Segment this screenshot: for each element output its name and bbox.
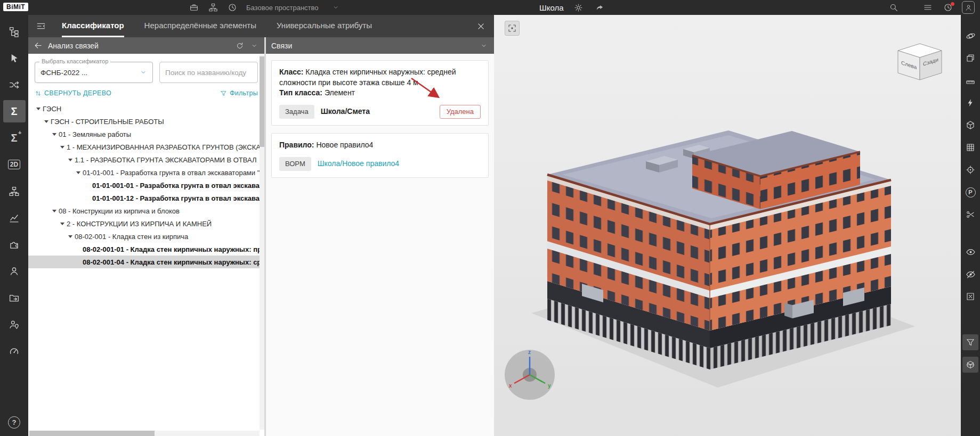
caret-down-icon[interactable] [66,156,75,163]
tree-item[interactable]: 2 - КОНСТРУКЦИИ ИЗ КИРПИЧА И КАМНЕЙ [28,217,264,230]
focus-icon[interactable] [962,162,978,178]
orientation-gizmo[interactable]: z x y [503,347,557,402]
axis-z-label: z [528,349,531,355]
classifier-select[interactable]: Выбрать классификатор ФСНБ-2022 ... [35,62,153,83]
tree-item[interactable]: 08 - Конструкции из кирпича и блоков [28,204,264,217]
tree-item[interactable]: ГЭСН [28,102,264,115]
notifications-button[interactable] [942,1,954,14]
orbit-icon[interactable] [962,28,978,44]
collapse-tree-link[interactable]: СВЕРНУТЬ ДЕРЕВО [35,89,111,97]
sidebar-item-export[interactable] [3,286,26,309]
class-link-card: Класс: Кладка стен кирпичных наружных: с… [271,60,489,126]
sidebar-item-users[interactable] [3,260,26,282]
close-icon[interactable] [476,22,485,31]
settings-button[interactable] [572,1,585,14]
tree-item[interactable]: 01-01-001 - Разработка грунта в отвал эк… [28,166,264,179]
sidebar-item-hierarchy[interactable] [3,180,26,202]
share-button[interactable] [594,1,606,14]
tree-item[interactable]: 08-02-001 - Кладка стен из кирпича [28,230,264,243]
tree-item[interactable]: 01-01-001-01 - Разработка грунта в отвал… [28,179,264,192]
search-button[interactable] [887,1,900,14]
sidebar-item-estimate-add[interactable]: Σ+ [3,127,26,149]
sidebar-item-dashboard[interactable] [3,340,26,362]
show-icon[interactable] [962,244,978,260]
caret-down-icon[interactable] [66,233,75,240]
hide-icon[interactable] [962,266,978,282]
plans-icon[interactable]: P [962,184,978,200]
caret-down-icon[interactable] [50,130,59,138]
sidebar-item-user-pin[interactable] [3,313,26,335]
sidebar-item-charts[interactable] [3,207,26,229]
vertical-scrollbar[interactable] [260,54,264,430]
caret-down-icon[interactable] [74,169,83,176]
caret-down-icon[interactable] [34,105,43,112]
chevron-down-icon[interactable] [250,42,258,50]
project-title: Школа [539,3,564,12]
class-type-line: Тип класса: Элемент [279,88,481,98]
sidebar-item-plugins[interactable] [3,233,26,256]
filters-link[interactable]: Фильтры [220,89,258,97]
right-toolbar: P [961,15,980,436]
deleted-status-badge: Удалена [440,105,481,119]
tree-item[interactable]: 1 - МЕХАНИЗИРОВАННАЯ РАЗРАБОТКА ГРУНТОВ … [28,141,264,153]
history-button[interactable] [226,1,239,14]
axis-y-label: y [548,383,551,389]
chevron-down-icon [140,69,147,76]
side-panels: Классификатор Нераспределённые элементы … [28,15,494,436]
caret-down-icon[interactable] [42,118,51,125]
tree-item[interactable]: ГЭСН - СТРОИТЕЛЬНЫЕ РАБОТЫ [28,115,264,128]
navigation-cube[interactable]: Слева Сзади [895,42,945,86]
section-box-icon[interactable] [962,357,978,373]
projects-button[interactable] [188,1,200,14]
classifier-select-value: ФСНБ-2022 ... [41,69,87,77]
scrollbar-thumb[interactable] [260,56,264,147]
building-model[interactable] [494,15,961,436]
tree-item[interactable]: 1.1 - РАЗРАБОТКА ГРУНТА ЭКСКАВАТОРАМИ В … [28,153,264,166]
rule-link[interactable]: Школа/Новое правило4 [318,159,399,169]
caret-down-icon[interactable] [58,143,67,151]
caret-down-icon[interactable] [50,207,59,215]
tree-item-selected[interactable]: 08-02-001-04 - Кладка стен кирпичных нар… [28,256,264,268]
classifier-select-label: Выбрать классификатор [39,58,110,64]
sidebar-item-select[interactable] [3,47,26,69]
horizontal-scrollbar[interactable] [28,431,260,436]
filter-icon[interactable] [962,334,978,350]
isolate-icon[interactable] [962,289,978,305]
search-input[interactable] [165,69,252,77]
tree-item[interactable]: 01-01-001-12 - Разработка грунта в отвал… [28,192,264,204]
rule-link-card: Правило: Новое правило4 ВОРМ Школа/Новое… [271,133,489,178]
section-icon[interactable] [962,207,978,223]
back-icon[interactable] [34,41,43,50]
sidebar-item-2d-view[interactable]: 2D [3,153,26,176]
viewport-3d[interactable]: Слева Сзади z x y [494,15,961,436]
menu-button[interactable] [921,1,934,14]
refresh-icon[interactable] [236,42,244,50]
tree-item[interactable]: 01 - Земляные работы [28,128,264,141]
sidebar-item-estimate[interactable]: Σ [3,100,26,122]
model-cube-icon[interactable] [962,117,978,133]
sidebar-item-model-tree[interactable] [3,20,26,43]
tab-classifier[interactable]: Классификатор [62,15,124,37]
help-button[interactable]: ? [8,416,20,429]
structure-button[interactable] [207,1,220,14]
axis-x-label: x [509,383,512,389]
link-target[interactable]: Школа/Смета [321,106,370,117]
2d-icon: 2D [8,160,20,169]
tab-unallocated-elements[interactable]: Нераспределённые элементы [144,15,256,37]
panel-title: Анализ связей [48,42,99,50]
caret-down-icon[interactable] [58,220,67,227]
chevron-down-icon [332,4,339,11]
zoom-fit-button[interactable] [505,21,520,36]
views-icon[interactable] [962,50,978,66]
workspace-select[interactable]: Базовое пространство [246,0,339,15]
chevron-down-icon[interactable] [480,42,488,50]
collapse-panel-icon[interactable] [36,21,46,31]
measure-icon[interactable] [962,72,978,88]
tab-universal-attributes[interactable]: Универсальные атрибуты [277,15,372,37]
scrollbar-thumb[interactable] [29,431,155,436]
sidebar-item-relations[interactable] [3,73,26,96]
grid-icon[interactable] [962,139,978,155]
clash-icon[interactable] [962,95,978,111]
tree-item[interactable]: 08-02-001-01 - Кладка стен кирпичных нар… [28,243,264,256]
profile-button[interactable] [962,1,975,14]
